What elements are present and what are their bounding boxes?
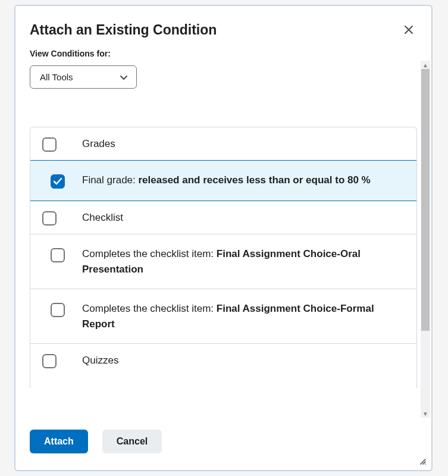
scrollbar[interactable]: ▲ ▼ — [421, 61, 430, 418]
attach-condition-dialog: Attach an Existing Condition ▲ ▼ View Co… — [14, 5, 433, 471]
checkbox-checklist[interactable] — [42, 211, 57, 226]
group-label-quizzes: Quizzes — [82, 355, 118, 367]
scrollbar-thumb[interactable] — [421, 69, 430, 331]
close-button[interactable] — [400, 21, 417, 38]
dialog-header: Attach an Existing Condition — [15, 6, 431, 46]
condition-label: Completes the checklist item: Final Assi… — [82, 301, 406, 331]
dialog-footer: Attach Cancel — [15, 416, 431, 470]
scroll-up-arrow[interactable]: ▲ — [421, 61, 430, 69]
group-row-quizzes[interactable]: Quizzes — [30, 344, 416, 377]
cancel-button[interactable]: Cancel — [102, 430, 162, 453]
condition-prefix: Completes the checklist item: — [82, 303, 217, 314]
tools-select-value: All Tools — [40, 72, 73, 82]
group-label-grades: Grades — [82, 138, 115, 150]
group-label-checklist: Checklist — [82, 212, 123, 224]
condition-label: Final grade: released and receives less … — [82, 173, 371, 188]
tools-select[interactable]: All Tools — [30, 65, 137, 89]
condition-label: Completes the checklist item: Final Assi… — [82, 246, 406, 277]
conditions-list[interactable]: Grades Final grade: released and receive… — [30, 127, 417, 388]
group-row-checklist[interactable]: Checklist — [30, 201, 416, 234]
condition-row-final-grade[interactable]: Final grade: released and receives less … — [30, 160, 417, 201]
attach-button[interactable]: Attach — [30, 430, 88, 453]
checkbox-grades[interactable] — [42, 137, 57, 152]
scroll-down-arrow[interactable]: ▼ — [421, 409, 430, 418]
conditions-list-container: Grades Final grade: released and receive… — [30, 127, 417, 416]
checkbox-quizzes[interactable] — [42, 354, 57, 368]
group-row-grades[interactable]: Grades — [30, 127, 416, 161]
filter-label: View Conditions for: — [30, 49, 417, 58]
check-icon — [54, 178, 62, 185]
condition-row-checklist-oral[interactable]: Completes the checklist item: Final Assi… — [30, 234, 416, 289]
checkbox-checklist-formal[interactable] — [51, 303, 65, 317]
close-icon — [404, 25, 413, 35]
condition-row-checklist-formal[interactable]: Completes the checklist item: Final Assi… — [30, 289, 416, 344]
resize-handle[interactable] — [417, 456, 428, 466]
checkbox-final-grade[interactable] — [51, 174, 65, 189]
condition-prefix: Final grade: — [82, 174, 139, 186]
filter-section: View Conditions for: All Tools — [15, 46, 431, 89]
checkbox-checklist-oral[interactable] — [51, 248, 65, 262]
condition-bold: released and receives less than or equal… — [139, 174, 371, 186]
dialog-title: Attach an Existing Condition — [30, 22, 217, 38]
condition-prefix: Completes the checklist item: — [82, 248, 217, 259]
resize-icon — [417, 456, 427, 465]
